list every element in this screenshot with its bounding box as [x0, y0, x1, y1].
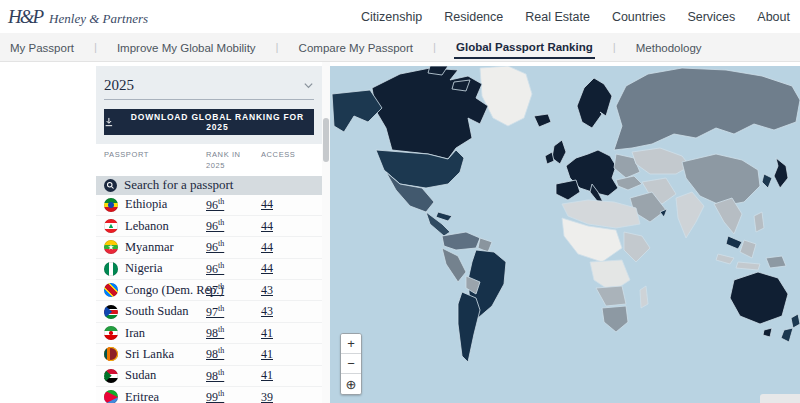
rank-link[interactable]: 98th — [206, 325, 261, 341]
map-region-usa[interactable] — [376, 150, 464, 188]
map-region-russia[interactable] — [614, 68, 800, 150]
panel-scrollbar-thumb[interactable] — [323, 118, 329, 162]
henley-partners-logo[interactable]: H&P Henley & Partners — [8, 6, 148, 28]
access-link[interactable]: 44 — [261, 219, 314, 234]
map-region-philippines[interactable] — [754, 212, 764, 232]
rank-link[interactable]: 98th — [206, 346, 261, 362]
table-row[interactable]: Nigeria 96th 44 — [96, 259, 322, 280]
world-map[interactable] — [330, 66, 800, 403]
rank-link[interactable]: 97th — [206, 282, 261, 298]
map-region-new-zealand-north[interactable] — [791, 314, 800, 328]
row-passport-cell: South Sudan — [104, 304, 206, 319]
nav-services[interactable]: Services — [687, 10, 735, 24]
search-icon — [104, 179, 117, 192]
map-region-horn-of-africa[interactable] — [624, 232, 650, 262]
table-row[interactable]: Ethiopia 96th 44 — [96, 195, 322, 216]
map-region-angola-zambia[interactable] — [596, 286, 626, 306]
rank-link[interactable]: 99th — [206, 389, 261, 403]
rank-link[interactable]: 96th — [206, 239, 261, 255]
map-region-alaska[interactable] — [332, 90, 382, 132]
map-region-turkey[interactable] — [616, 176, 642, 190]
map-region-australia[interactable] — [730, 272, 788, 324]
map-region-malaysia[interactable] — [726, 236, 742, 249]
map-region-madagascar[interactable] — [640, 286, 648, 308]
nav-residence[interactable]: Residence — [444, 10, 503, 24]
rank-link[interactable]: 96th — [206, 261, 261, 277]
tab-improve-my-global-mobility[interactable]: Improve My Global Mobility — [115, 36, 258, 58]
map-region-japan[interactable] — [774, 158, 788, 188]
country-flag-icon — [104, 347, 118, 361]
access-link[interactable]: 41 — [261, 347, 314, 362]
map-region-peru[interactable] — [442, 248, 466, 282]
map-attribution — [760, 394, 800, 403]
zoom-in-button[interactable]: + — [341, 334, 361, 354]
map-region-borneo[interactable] — [740, 240, 756, 258]
ranking-rows: Ethiopia 96th 44 Lebanon 96th 44 Myanmar… — [96, 195, 322, 403]
map-region-south-korea[interactable] — [762, 174, 772, 188]
map-region-indonesia-east[interactable] — [736, 262, 760, 270]
nav-about[interactable]: About — [757, 10, 790, 24]
nav-citizenship[interactable]: Citizenship — [361, 10, 422, 24]
map-region-iceland[interactable] — [534, 114, 551, 127]
table-row[interactable]: Congo (Dem. Rep.) 97th 43 — [96, 280, 322, 301]
row-passport-cell: Sudan — [104, 368, 206, 383]
access-link[interactable]: 43 — [261, 304, 314, 319]
rank-suffix: th — [218, 346, 224, 355]
subnav-divider: | — [433, 41, 436, 53]
row-passport-cell: Eritrea — [104, 390, 206, 403]
nav-countries[interactable]: Countries — [612, 10, 666, 24]
country-flag-icon — [104, 262, 118, 276]
map-region-guyanas[interactable] — [478, 238, 492, 252]
map-region-iberia[interactable] — [556, 180, 580, 200]
map-region-indonesia[interactable] — [716, 254, 734, 264]
map-region-canada[interactable] — [372, 68, 488, 159]
map-region-south-africa[interactable] — [602, 306, 628, 332]
rank-link[interactable]: 98th — [206, 368, 261, 384]
chevron-down-icon — [303, 80, 314, 91]
map-region-colombia-venezuela[interactable] — [442, 232, 480, 250]
map-region-central-asia[interactable] — [632, 148, 690, 174]
table-row[interactable]: Iran 98th 41 — [96, 323, 322, 344]
access-link[interactable]: 44 — [261, 197, 314, 212]
logo-monogram: H&P — [8, 6, 42, 28]
tab-methodology[interactable]: Methodology — [634, 36, 704, 58]
nav-real-estate[interactable]: Real Estate — [525, 10, 590, 24]
map-region-caribbean[interactable] — [436, 212, 452, 221]
access-link[interactable]: 41 — [261, 368, 314, 383]
tab-global-passport-ranking[interactable]: Global Passport Ranking — [454, 35, 595, 59]
access-link[interactable]: 44 — [261, 261, 314, 276]
access-link[interactable]: 41 — [261, 326, 314, 341]
passport-search[interactable]: Search for a passport — [96, 176, 322, 195]
access-link[interactable]: 43 — [261, 283, 314, 298]
year-select[interactable]: 2025 — [104, 72, 314, 100]
table-row[interactable]: Lebanon 96th 44 — [96, 216, 322, 237]
map-region-india[interactable] — [676, 192, 704, 238]
table-row[interactable]: South Sudan 97th 43 — [96, 301, 322, 322]
access-link[interactable]: 39 — [261, 390, 314, 403]
access-link[interactable]: 44 — [261, 240, 314, 255]
panel-scrollbar[interactable] — [322, 62, 330, 403]
tab-compare-my-passport[interactable]: Compare My Passport — [297, 36, 415, 58]
table-row[interactable]: Myanmar 96th 44 — [96, 237, 322, 258]
table-row[interactable]: Sudan 98th 41 — [96, 366, 322, 387]
logo-name: Henley & Partners — [49, 11, 148, 27]
zoom-out-button[interactable]: − — [341, 354, 361, 374]
map-region-ireland[interactable] — [545, 152, 554, 164]
top-navigation: Citizenship Residence Real Estate Countr… — [361, 10, 790, 24]
rank-value: 96 — [206, 198, 218, 212]
download-ranking-button[interactable]: DOWNLOAD GLOBAL RANKING FOR 2025 — [104, 109, 314, 135]
table-row[interactable]: Sri Lanka 98th 41 — [96, 344, 322, 365]
globe-reset-button[interactable]: ⊕ — [341, 374, 361, 394]
map-region-new-zealand-south[interactable] — [781, 328, 793, 342]
map-region-papua[interactable] — [766, 256, 786, 268]
table-row[interactable]: Eritrea 99th 39 — [96, 387, 322, 403]
rank-link[interactable]: 96th — [206, 197, 261, 213]
tab-my-passport[interactable]: My Passport — [8, 36, 76, 58]
rank-value: 98 — [206, 347, 218, 361]
map-region-greenland[interactable] — [480, 66, 532, 126]
map-region-chile-argentina[interactable] — [458, 292, 480, 362]
map-region-scandinavia[interactable] — [577, 78, 612, 128]
rank-link[interactable]: 96th — [206, 218, 261, 234]
map-region-tasmania[interactable] — [763, 328, 772, 337]
rank-link[interactable]: 97th — [206, 304, 261, 320]
